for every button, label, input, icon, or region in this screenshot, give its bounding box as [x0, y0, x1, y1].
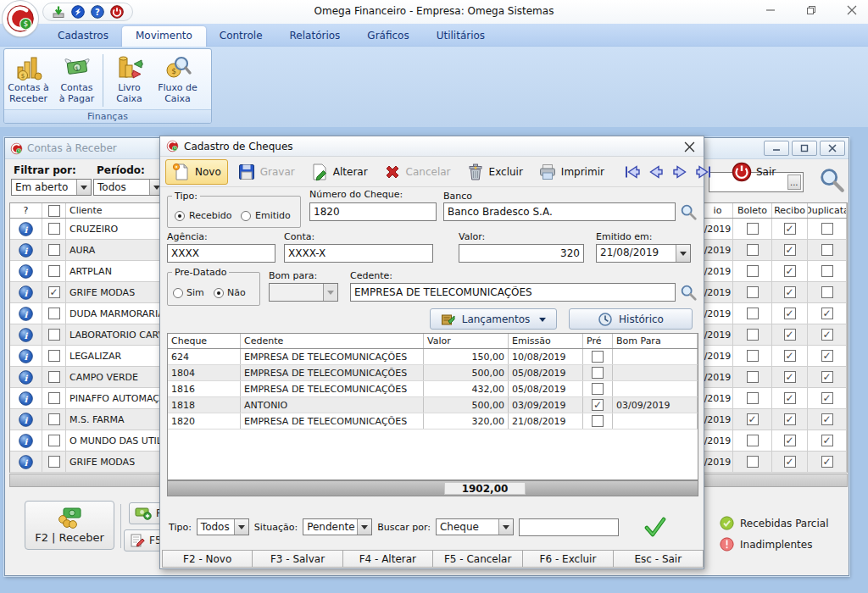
checkbox[interactable] [821, 308, 833, 319]
cheque-row[interactable]: 624EMPRESA DE TELECOMUNICAÇÕES150,0010/0… [168, 349, 698, 365]
checkbox[interactable] [592, 367, 604, 379]
document-row[interactable]: /2019 [703, 324, 847, 346]
cedente-input[interactable] [350, 283, 676, 302]
filtrar-por-select[interactable]: Em aberto [11, 179, 92, 196]
checkbox[interactable] [784, 350, 796, 362]
f2-receber-button[interactable]: F2 | Receber [25, 501, 114, 550]
checkbox[interactable] [747, 265, 759, 277]
info-icon[interactable]: i [19, 243, 33, 258]
checkbox[interactable] [747, 371, 759, 383]
checkbox[interactable] [784, 329, 796, 341]
search-icon[interactable] [817, 165, 846, 194]
checkbox[interactable] [821, 413, 833, 425]
numero-cheque-input[interactable] [309, 202, 437, 221]
tab-controle[interactable]: Controle [206, 26, 276, 47]
fkey-f6-button[interactable]: F6 - Excluir [523, 550, 613, 568]
restore-icon[interactable] [800, 2, 822, 19]
radio-emitido[interactable]: Emitido [241, 210, 291, 221]
ribbon-button-contas-àreceber[interactable]: $Contas àReceber [4, 52, 53, 104]
checkbox[interactable] [592, 415, 604, 427]
client-row[interactable]: iCAMPO VERDE [10, 367, 164, 388]
checkbox[interactable] [821, 435, 833, 446]
checkbox[interactable] [48, 244, 60, 256]
checkbox[interactable] [747, 286, 759, 298]
ribbon-button-fluxo-decaixa[interactable]: $Fluxo deCaixa [153, 52, 202, 104]
info-icon[interactable]: i [19, 370, 33, 385]
app-logo-button[interactable]: $ [3, 1, 38, 36]
lancamentos-button[interactable]: Lançamentos [430, 308, 557, 330]
agencia-input[interactable] [167, 244, 275, 263]
tab-movimento[interactable]: Movimento [122, 26, 206, 47]
search-icon[interactable] [679, 283, 698, 302]
checkbox[interactable] [747, 413, 759, 425]
client-row[interactable]: iPINAFFO AUTOMAÇAO [10, 388, 164, 409]
ribbon-button-contasà-pagar[interactable]: $Contasà Pagar [53, 52, 101, 104]
client-row[interactable]: iGRIFE MODAS [10, 282, 164, 303]
checkbox[interactable] [48, 205, 60, 217]
cheque-row[interactable]: 1816EMPRESA DE TELECOMUNICAÇÕES432,0005/… [168, 381, 698, 397]
info-icon[interactable]: i [19, 413, 33, 427]
info-icon[interactable]: i [19, 434, 33, 448]
checkbox[interactable] [821, 223, 833, 235]
client-row[interactable]: iCRUZEIRO [10, 219, 164, 240]
refresh-icon[interactable] [71, 5, 85, 19]
confirm-check-icon[interactable] [644, 517, 666, 537]
checkbox[interactable] [821, 244, 833, 256]
historico-button[interactable]: Histórico [569, 308, 693, 330]
checkbox[interactable] [592, 383, 604, 395]
document-row[interactable]: /2019 [703, 346, 847, 367]
nav-first-icon[interactable] [622, 163, 643, 181]
document-row[interactable]: /2019 [703, 367, 847, 388]
checkbox[interactable] [747, 435, 759, 446]
client-row[interactable]: iGRIFE MODAS [10, 452, 164, 473]
checkbox[interactable] [821, 265, 833, 277]
minimize-icon[interactable] [764, 141, 789, 156]
help-icon[interactable]: ? [91, 5, 104, 19]
cheque-row[interactable]: 1820EMPRESA DE TELECOMUNICAÇÕES320,0021/… [168, 413, 698, 430]
fkey-f2-button[interactable]: F2 - Novo [162, 550, 253, 568]
info-icon[interactable]: i [19, 222, 33, 236]
checkbox[interactable] [48, 392, 60, 404]
checkbox[interactable] [784, 265, 796, 277]
fkey-f4-button[interactable]: F4 - Alterar [343, 550, 433, 568]
toolbar-sair-button[interactable]: Sair [726, 159, 782, 185]
checkbox[interactable] [784, 223, 796, 235]
radio-nao[interactable]: Não [214, 287, 246, 298]
banco-input[interactable] [443, 202, 676, 221]
info-icon[interactable]: i [19, 285, 33, 300]
radio-recebido[interactable]: Recebido [175, 210, 231, 221]
checkbox[interactable] [48, 456, 60, 468]
checkbox[interactable] [48, 350, 60, 362]
install-icon[interactable] [52, 5, 65, 19]
checkbox[interactable] [747, 392, 759, 404]
checkbox[interactable] [784, 244, 796, 256]
checkbox[interactable] [747, 244, 759, 256]
close-icon[interactable] [682, 140, 697, 153]
document-row[interactable]: /2019 [703, 430, 847, 452]
document-row[interactable]: /2019 [703, 409, 847, 430]
checkbox[interactable] [48, 223, 60, 235]
browse-ellipsis-button[interactable]: ... [787, 175, 801, 190]
cheque-row[interactable]: 1818ANTONIO500,0003/09/201903/09/2019 [168, 397, 698, 413]
checkbox[interactable] [48, 413, 60, 425]
ribbon-button-livrocaixa[interactable]: LivroCaixa [105, 52, 153, 104]
radio-sim[interactable]: Sim [173, 287, 204, 298]
tab-cadastros[interactable]: Cadastros [44, 26, 122, 47]
checkbox[interactable] [747, 223, 759, 235]
emitido-em-datepicker[interactable]: 21/08/2019 [596, 244, 691, 263]
client-row[interactable]: iARTPLAN [10, 261, 164, 282]
checkbox[interactable] [821, 350, 833, 362]
client-row[interactable]: iM.S. FARMA [10, 409, 164, 430]
fkey-f5-button[interactable]: F5 - Cancelar [433, 550, 523, 568]
info-icon[interactable]: i [19, 455, 33, 469]
checkbox[interactable] [784, 456, 796, 468]
buscar-por-select[interactable]: Cheque [436, 518, 514, 535]
periodo-select[interactable]: Todos [93, 179, 164, 196]
checkbox[interactable] [48, 371, 60, 383]
checkbox[interactable] [48, 435, 60, 446]
minimize-icon[interactable] [760, 2, 782, 19]
document-row[interactable]: /2019 [703, 452, 847, 473]
info-icon[interactable]: i [19, 307, 33, 321]
tab-utilitários[interactable]: Utilitários [423, 26, 498, 47]
toolbar-excluir-button[interactable]: Excluir [460, 160, 529, 184]
